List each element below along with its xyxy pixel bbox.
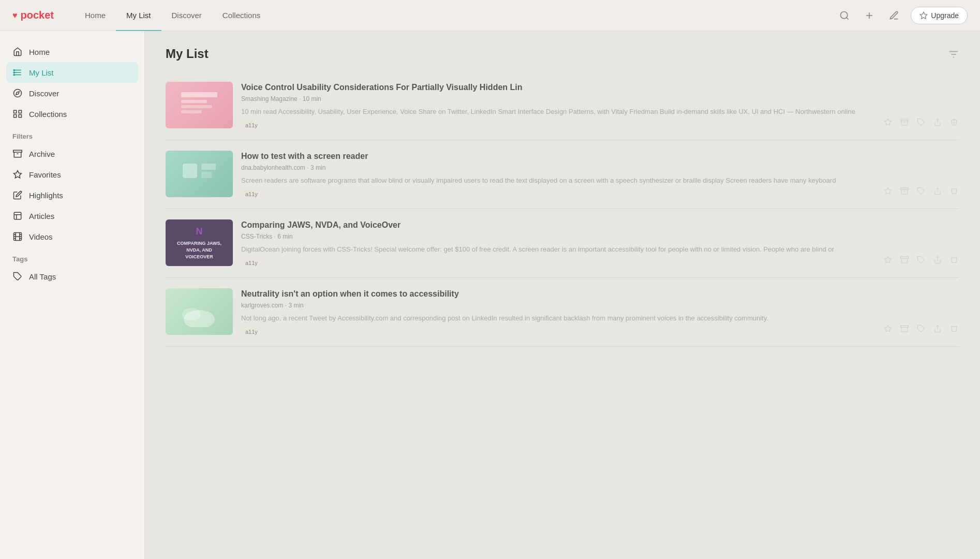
- svg-rect-15: [14, 115, 17, 117]
- archive-action-3[interactable]: [899, 255, 910, 265]
- upgrade-button[interactable]: Upgrade: [911, 7, 968, 24]
- svg-rect-40: [181, 110, 202, 113]
- share-action-2[interactable]: [932, 186, 943, 196]
- article-actions-2: [883, 186, 959, 196]
- article-title-4[interactable]: Neutrality isn't an option when it comes…: [241, 288, 959, 300]
- article-body-3: Comparing JAWS, NVDA, and VoiceOver CSS-…: [241, 219, 959, 267]
- sidebar-archive-label: Archive: [29, 150, 55, 158]
- article-title-1[interactable]: Voice Control Usability Considerations F…: [241, 82, 959, 93]
- article-body-4: Neutrality isn't an option when it comes…: [241, 288, 959, 336]
- articles-icon: [12, 211, 23, 221]
- article-tags-2: a11y: [241, 190, 959, 198]
- logo-text: pocket: [21, 9, 54, 21]
- article-thumb-2[interactable]: [166, 151, 233, 197]
- article-tag-2[interactable]: a11y: [241, 190, 262, 198]
- favorite-action-4[interactable]: [883, 323, 893, 334]
- add-icon[interactable]: [861, 7, 878, 24]
- article-tag-4[interactable]: a11y: [241, 328, 262, 336]
- nav-links: Home My List Discover Collections: [75, 0, 836, 31]
- favorite-action-2[interactable]: [883, 186, 893, 196]
- article-meta-1: Smashing Magazine · 10 min: [241, 95, 959, 102]
- highlights-icon: [12, 190, 23, 200]
- svg-marker-49: [884, 187, 891, 194]
- delete-action-1[interactable]: [949, 117, 959, 127]
- share-action-3[interactable]: [932, 255, 943, 265]
- content-header: My List: [166, 47, 959, 61]
- svg-rect-48: [201, 172, 212, 178]
- sidebar-articles-label: Articles: [29, 212, 54, 220]
- article-actions-4: [883, 323, 959, 334]
- filters-section-label: Filters: [0, 124, 144, 143]
- sidebar-highlights-label: Highlights: [29, 191, 63, 200]
- svg-rect-38: [181, 100, 207, 103]
- article-card-1: Voice Control Usability Considerations F…: [166, 71, 959, 140]
- upgrade-label: Upgrade: [931, 11, 959, 20]
- svg-marker-19: [14, 171, 22, 178]
- article-excerpt-4: Not long ago, a recent Tweet by Accessib…: [241, 313, 959, 323]
- archive-action-2[interactable]: [899, 186, 910, 196]
- sidebar-item-discover[interactable]: Discover: [0, 83, 144, 104]
- article-tag-3[interactable]: a11y: [241, 259, 262, 267]
- share-action-1[interactable]: [932, 117, 943, 127]
- sidebar-item-alltags[interactable]: All Tags: [0, 266, 144, 287]
- sidebar-item-archive[interactable]: Archive: [0, 143, 144, 164]
- content-area: My List V: [145, 31, 980, 559]
- sidebar-collections-label: Collections: [29, 110, 67, 119]
- share-action-4[interactable]: [932, 323, 943, 334]
- sidebar-favorites-label: Favorites: [29, 170, 61, 179]
- discover-icon: [12, 88, 23, 98]
- sort-filter-icon[interactable]: [948, 48, 959, 60]
- article-thumb-3[interactable]: N COMPARING JAWS, NVDA, AND VOICEOVER: [166, 219, 233, 266]
- sidebar-item-collections[interactable]: Collections: [0, 104, 144, 124]
- svg-rect-59: [901, 326, 909, 327]
- article-title-2[interactable]: How to test with a screen reader: [241, 151, 959, 162]
- alltags-icon: [12, 271, 23, 282]
- tag-action-1[interactable]: [916, 117, 926, 127]
- nav-home[interactable]: Home: [75, 0, 116, 31]
- nav-actions: Upgrade: [836, 7, 968, 24]
- logo-heart-icon: ♥: [12, 11, 18, 20]
- sidebar-item-mylist[interactable]: My List: [6, 62, 138, 83]
- edit-icon[interactable]: [886, 7, 902, 24]
- article-thumb-4[interactable]: [166, 288, 233, 335]
- article-card-4: Neutrality isn't an option when it comes…: [166, 278, 959, 347]
- videos-icon: [12, 231, 23, 242]
- sidebar-item-highlights[interactable]: Highlights: [0, 185, 144, 205]
- svg-rect-37: [181, 92, 217, 97]
- sidebar-discover-label: Discover: [29, 89, 59, 98]
- article-meta-2: dna.babylonhealth.com · 3 min: [241, 164, 959, 171]
- delete-action-2[interactable]: [949, 186, 959, 196]
- nav-collections[interactable]: Collections: [212, 0, 271, 31]
- delete-action-3[interactable]: [949, 255, 959, 265]
- svg-point-11: [14, 90, 22, 97]
- nav-discover[interactable]: Discover: [161, 0, 212, 31]
- article-card-2: How to test with a screen reader dna.bab…: [166, 140, 959, 209]
- tag-action-4[interactable]: [916, 323, 926, 334]
- tag-action-2[interactable]: [916, 186, 926, 196]
- mylist-icon: [12, 67, 23, 78]
- sidebar-item-favorites[interactable]: Favorites: [0, 164, 144, 185]
- tag-action-3[interactable]: [916, 255, 926, 265]
- article-tags-3: a11y: [241, 259, 959, 267]
- article-actions-3: [883, 255, 959, 265]
- article-thumb-1[interactable]: [166, 82, 233, 128]
- main-layout: Home My List Discover: [0, 31, 980, 559]
- archive-action-4[interactable]: [899, 323, 910, 334]
- article-tag-1[interactable]: a11y: [241, 121, 262, 129]
- pocket-logo[interactable]: ♥ pocket: [12, 9, 54, 21]
- nav-mylist[interactable]: My List: [116, 0, 161, 31]
- svg-point-8: [13, 69, 14, 70]
- delete-action-4[interactable]: [949, 323, 959, 334]
- svg-rect-16: [19, 115, 21, 117]
- sidebar-item-videos[interactable]: Videos: [0, 226, 144, 247]
- search-icon[interactable]: [836, 7, 853, 24]
- favorite-action-3[interactable]: [883, 255, 893, 265]
- favorite-action-1[interactable]: [883, 117, 893, 127]
- page-title: My List: [166, 47, 209, 61]
- sidebar-item-home[interactable]: Home: [0, 41, 144, 62]
- sidebar-item-articles[interactable]: Articles: [0, 205, 144, 226]
- article-title-3[interactable]: Comparing JAWS, NVDA, and VoiceOver: [241, 219, 959, 231]
- archive-action-1[interactable]: [899, 117, 910, 127]
- svg-rect-46: [183, 164, 197, 178]
- article-excerpt-1: 10 min read Accessibility, Usability, Us…: [241, 107, 959, 117]
